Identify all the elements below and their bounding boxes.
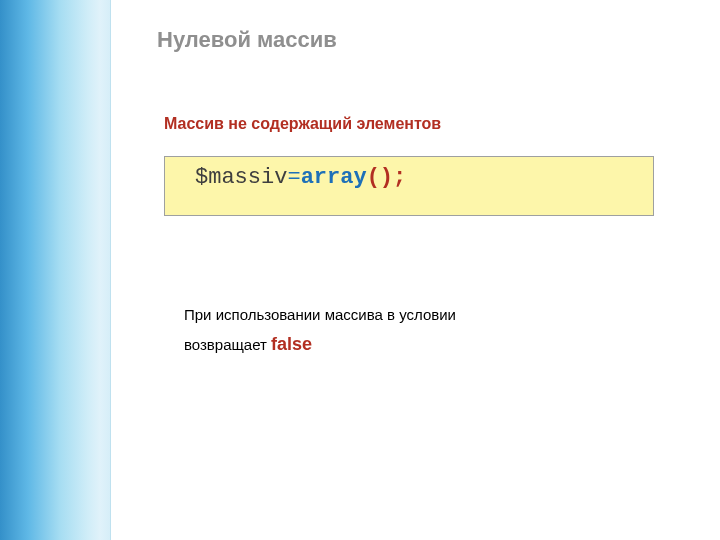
code-keyword: array — [301, 165, 367, 190]
note-line2-prefix: возвращает — [184, 336, 271, 353]
code-open-paren: ( — [367, 165, 380, 190]
code-variable: $massiv — [195, 165, 287, 190]
code-block: $massiv=array(); — [164, 156, 654, 216]
code-close-paren: ); — [380, 165, 406, 190]
note-text: При использовании массива в условии возв… — [184, 301, 614, 360]
slide-title: Нулевой массив — [157, 27, 337, 53]
note-line1: При использовании массива в условии — [184, 306, 456, 323]
code-assign: = — [287, 165, 300, 190]
slide-subtitle: Массив не содержащий элементов — [164, 115, 441, 133]
slide: Нулевой массив Массив не содержащий элем… — [0, 0, 720, 540]
false-keyword: false — [271, 334, 312, 354]
sidebar-decoration — [0, 0, 111, 540]
